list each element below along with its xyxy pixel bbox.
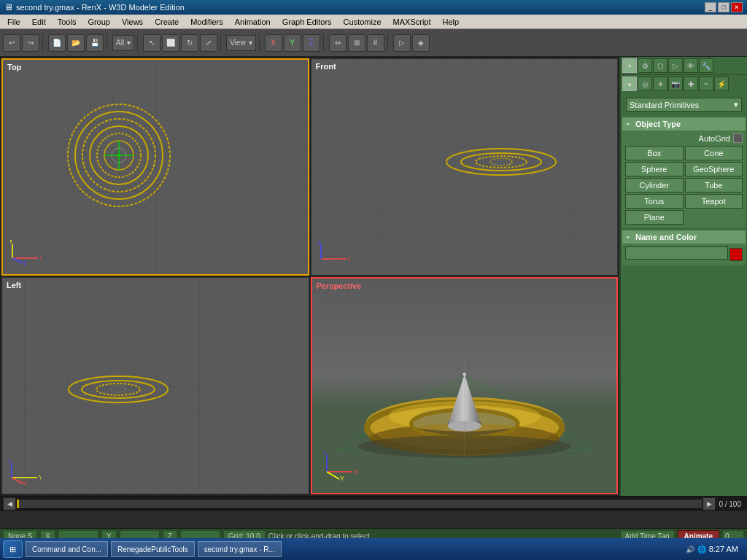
menu-group[interactable]: Group — [82, 16, 116, 28]
separator7 — [387, 34, 390, 52]
select-button[interactable]: ↖ — [143, 34, 160, 52]
task-item-gmax[interactable]: second try.gmax - R... — [198, 541, 282, 557]
front-viewport[interactable]: Front X Z — [311, 58, 619, 276]
task-item-cmd[interactable]: Command and Con... — [26, 541, 108, 557]
svg-text:Y: Y — [39, 474, 41, 481]
svg-text:Z: Z — [23, 260, 28, 265]
left-viewport[interactable]: Left Y — [1, 277, 309, 494]
torus-button[interactable]: Torus — [625, 194, 684, 209]
left-viewport-label: Left — [7, 281, 21, 289]
z-axis-button[interactable]: Z — [303, 34, 320, 52]
menu-animation[interactable]: Animation — [229, 16, 276, 28]
align-button[interactable]: ⊞ — [348, 34, 365, 52]
object-type-label: Object Type — [635, 120, 681, 128]
top-viewport[interactable]: Top — [1, 58, 309, 276]
timeline-range: 0 / 100 — [716, 500, 744, 508]
redo-button[interactable]: ↪ — [22, 34, 39, 52]
rotate-button[interactable]: ↻ — [181, 34, 198, 52]
timeline-right-arrow[interactable]: ▶ — [703, 497, 716, 510]
menubar: File Edit Tools Group Views Create Modif… — [0, 15, 747, 29]
name-input[interactable] — [625, 246, 728, 260]
create-icon[interactable]: ✦ — [622, 58, 637, 73]
lights-icon[interactable]: ☀ — [653, 77, 667, 91]
view-dropdown[interactable]: View ▾ — [226, 35, 256, 51]
shapes-icon[interactable]: ◎ — [638, 77, 652, 91]
open-button[interactable]: 📂 — [67, 34, 85, 52]
sphere-button[interactable]: Sphere — [625, 162, 684, 176]
perspective-viewport[interactable]: Perspective — [311, 277, 619, 494]
timeline-left-arrow[interactable]: ◀ — [3, 497, 16, 510]
modify-icon[interactable]: ⚙ — [638, 58, 652, 73]
menu-tools[interactable]: Tools — [52, 16, 82, 28]
new-button[interactable]: 📄 — [48, 34, 66, 52]
menu-customize[interactable]: Customize — [338, 16, 387, 28]
menu-modifiers[interactable]: Modifiers — [185, 16, 229, 28]
svg-text:Y: Y — [9, 240, 13, 244]
render-button[interactable]: ▷ — [393, 34, 411, 52]
name-color-content — [622, 244, 746, 265]
scale-button[interactable]: ⤢ — [200, 34, 217, 52]
separator3 — [137, 34, 140, 52]
menu-maxscript[interactable]: MAXScript — [387, 16, 437, 28]
chevron-down-icon2: ▾ — [249, 39, 252, 47]
standard-primitives-dropdown[interactable]: Standard Primitives ▾ — [626, 98, 742, 112]
material-button[interactable]: ◈ — [412, 34, 430, 52]
menu-graph-editors[interactable]: Graph Editors — [276, 16, 338, 28]
y-axis-button[interactable]: Y — [284, 34, 301, 52]
all-dropdown[interactable]: All ▾ — [112, 35, 134, 51]
perspective-coord-axes: X Z Y — [323, 451, 363, 482]
minimize-button[interactable]: _ — [705, 2, 716, 12]
chevron-down-icon: ▾ — [127, 39, 131, 47]
hierarchy-icon[interactable]: ⬡ — [653, 58, 667, 73]
teapot-button[interactable]: Teapot — [685, 194, 743, 209]
cone-button[interactable]: Cone — [685, 146, 743, 160]
task-item-renegade[interactable]: RenegadePublicTools — [111, 541, 195, 557]
motion-icon[interactable]: ▷ — [668, 58, 683, 73]
name-color-header[interactable]: - Name and Color — [622, 230, 746, 244]
grid-button[interactable]: # — [367, 34, 384, 52]
autogrid-label: AutoGrid — [699, 134, 730, 143]
menu-file[interactable]: File — [1, 16, 26, 28]
menu-create[interactable]: Create — [149, 16, 185, 28]
select-region-button[interactable]: ⬜ — [162, 34, 179, 52]
svg-text:X: X — [23, 480, 27, 485]
autogrid-row: AutoGrid — [625, 133, 743, 143]
systems-icon[interactable]: ⚡ — [714, 77, 729, 91]
utilities-icon[interactable]: 🔧 — [699, 58, 713, 73]
geometry-icon[interactable]: ● — [622, 77, 637, 91]
object-type-header[interactable]: - Object Type — [622, 117, 746, 131]
cameras-icon[interactable]: 📷 — [668, 77, 683, 91]
plane-button[interactable]: Plane — [625, 210, 684, 225]
timeline-track[interactable] — [16, 499, 703, 509]
close-button[interactable]: ✕ — [731, 2, 743, 12]
color-swatch[interactable] — [729, 248, 743, 261]
autogrid-checkbox[interactable] — [733, 133, 743, 143]
undo-button[interactable]: ↩ — [3, 34, 20, 52]
menu-help[interactable]: Help — [437, 16, 465, 28]
geosphere-button[interactable]: GeoSphere — [685, 162, 743, 176]
display-icon[interactable]: 👁 — [684, 58, 698, 73]
top-coord-axes: X Y Z — [9, 240, 42, 267]
perspective-viewport-label: Perspective — [317, 281, 362, 290]
cylinder-button[interactable]: Cylinder — [625, 178, 684, 192]
maximize-button[interactable]: □ — [718, 2, 729, 12]
helpers-icon[interactable]: ✚ — [684, 77, 698, 91]
left-coord-axes: Y Z X — [8, 459, 41, 486]
top-viewport-label: Top — [7, 63, 21, 71]
mirror-button[interactable]: ⇔ — [329, 34, 347, 52]
box-button[interactable]: Box — [625, 146, 684, 160]
tube-button[interactable]: Tube — [685, 178, 743, 192]
object-type-content: AutoGrid Box Cone Sphere GeoSphere Cylin… — [622, 131, 746, 228]
svg-text:X: X — [354, 468, 358, 475]
menu-views[interactable]: Views — [116, 16, 149, 28]
x-axis-button[interactable]: X — [265, 34, 282, 52]
spacewarps-icon[interactable]: ~ — [699, 77, 713, 91]
object-type-section: - Object Type AutoGrid Box Cone Sphere G… — [622, 117, 746, 228]
svg-text:X: X — [348, 255, 350, 262]
save-button[interactable]: 💾 — [86, 34, 104, 52]
svg-text:Y: Y — [340, 475, 344, 481]
menu-edit[interactable]: Edit — [26, 16, 52, 28]
start-button[interactable]: ⊞ — [3, 540, 23, 558]
name-color-section: - Name and Color — [622, 230, 746, 265]
svg-point-27 — [111, 386, 125, 392]
